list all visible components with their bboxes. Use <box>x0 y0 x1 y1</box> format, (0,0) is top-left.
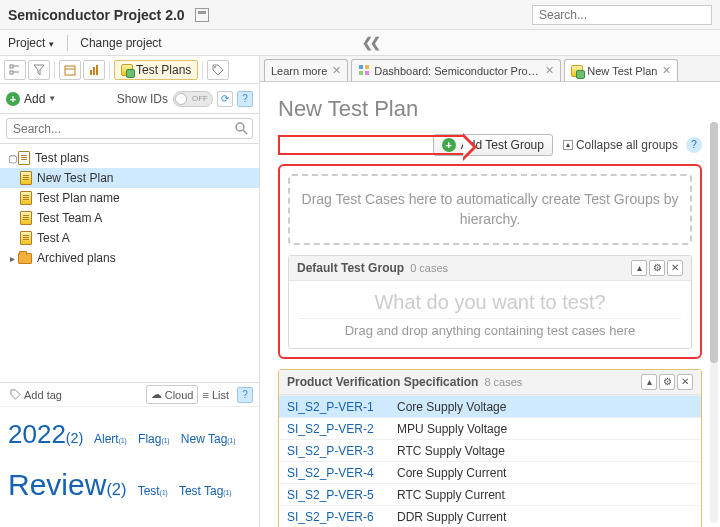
project-bar: Project▼ Change project ❮❮ <box>0 30 720 56</box>
tag-link[interactable]: Flag(1) <box>138 432 169 446</box>
testplan-doc-icon <box>20 231 32 245</box>
group-drop-hint: Drag and drop anything containing test c… <box>299 323 681 338</box>
project-title: Semiconductor Project 2.0 <box>8 7 185 23</box>
tab-new-test-plan[interactable]: New Test Plan ✕ <box>564 59 678 81</box>
tag-link[interactable]: Test Tag(1) <box>179 484 232 498</box>
show-ids-toggle[interactable]: OFF <box>173 91 213 107</box>
group-collapse-icon[interactable]: ▴ <box>641 374 657 390</box>
tab-label: Learn more <box>271 65 327 77</box>
scrollbar-thumb[interactable] <box>710 122 718 363</box>
svg-rect-9 <box>96 65 98 75</box>
toolbar-tag-icon[interactable] <box>207 60 229 80</box>
main-layout: Test Plans + Add ▼ Show IDs OFF ⟳ ? <box>0 56 720 527</box>
tag-link[interactable]: New Tag(1) <box>181 432 236 446</box>
toolbar-filter-icon[interactable] <box>28 60 50 80</box>
spec-row[interactable]: SI_S2_P-VER-6DDR Supply Current <box>279 505 701 527</box>
group-header[interactable]: Product Verification Specification 8 cas… <box>279 370 701 395</box>
change-project-link[interactable]: Change project <box>80 36 161 50</box>
add-tag-label: Add tag <box>24 389 62 401</box>
tab-dashboard[interactable]: Dashboard: Semiconductor Project... ✕ <box>351 59 561 81</box>
tree-archived[interactable]: ▸ Archived plans <box>0 248 259 268</box>
spec-row[interactable]: SI_S2_P-VER-5RTC Supply Current <box>279 483 701 505</box>
svg-marker-4 <box>34 65 44 75</box>
tree-toggle-icon[interactable]: ▢ <box>6 153 18 164</box>
sidebar-search-input[interactable] <box>6 118 253 139</box>
project-menu[interactable]: Project▼ <box>8 36 55 50</box>
svg-rect-16 <box>365 71 369 75</box>
tree-expand-icon[interactable]: ▸ <box>6 253 18 264</box>
spec-row[interactable]: SI_S2_P-VER-4Core Supply Current <box>279 461 701 483</box>
dashboard-icon <box>358 64 370 78</box>
tree-item[interactable]: New Test Plan <box>0 168 259 188</box>
group-name-placeholder[interactable]: What do you want to test? <box>299 287 681 319</box>
action-row: + Add Test Group ▴ Collapse all groups ? <box>278 132 702 158</box>
spec-row[interactable]: SI_S2_P-VER-1Core Supply Voltage <box>279 395 701 417</box>
window-layout-icon[interactable] <box>195 8 209 22</box>
tree-root[interactable]: ▢ Test plans <box>0 148 259 168</box>
sidebar-tree: ▢ Test plans New Test Plan Test Plan nam… <box>0 144 259 272</box>
svg-rect-14 <box>365 65 369 69</box>
group-body[interactable]: What do you want to test? Drag and drop … <box>289 281 691 348</box>
group-collapse-icon[interactable]: ▴ <box>631 260 647 276</box>
list-label: List <box>212 389 229 401</box>
close-icon[interactable]: ✕ <box>545 64 554 77</box>
toolbar-reports-icon[interactable] <box>83 60 105 80</box>
scrollbar[interactable] <box>710 122 718 523</box>
tab-learn-more[interactable]: Learn more ✕ <box>264 59 348 81</box>
spec-row[interactable]: SI_S2_P-VER-3RTC Supply Voltage <box>279 439 701 461</box>
refresh-icon[interactable]: ⟳ <box>217 91 233 107</box>
toolbar-sep <box>109 61 110 79</box>
svg-rect-15 <box>359 71 363 75</box>
spec-row-name: DDR Supply Current <box>397 510 506 524</box>
tab-label: Dashboard: Semiconductor Project... <box>374 65 540 77</box>
close-icon[interactable]: ✕ <box>662 64 671 77</box>
tag-help-icon[interactable]: ? <box>237 387 253 403</box>
group-settings-icon[interactable]: ⚙ <box>659 374 675 390</box>
group-settings-icon[interactable]: ⚙ <box>649 260 665 276</box>
testplan-doc-icon <box>20 191 32 205</box>
caret-down-icon: ▼ <box>48 94 56 103</box>
group-header[interactable]: Default Test Group 0 cases ▴ ⚙ ✕ <box>289 256 691 281</box>
close-icon[interactable]: ✕ <box>332 64 341 77</box>
testplan-icon <box>121 64 133 76</box>
spec-row-name: Core Supply Voltage <box>397 400 506 414</box>
tree-item[interactable]: Test Team A <box>0 208 259 228</box>
tag-panel: Add tag ☁ Cloud ≡ List ? 2022(2) Alert(1… <box>0 382 259 527</box>
tree-item-label: Test Plan name <box>37 191 120 205</box>
tag-link[interactable]: 2022(2) <box>8 419 83 449</box>
spec-row-name: RTC Supply Voltage <box>397 444 505 458</box>
add-tag-button[interactable]: Add tag <box>6 387 66 403</box>
svg-rect-7 <box>90 70 92 75</box>
collapse-all-button[interactable]: ▴ Collapse all groups <box>563 138 678 152</box>
search-icon[interactable] <box>234 121 248 138</box>
spec-row-id: SI_S2_P-VER-4 <box>287 466 397 480</box>
group-count: 0 cases <box>410 262 448 274</box>
spec-row-id: SI_S2_P-VER-2 <box>287 422 397 436</box>
toolbar-tree-icon[interactable] <box>4 60 26 80</box>
spec-row-id: SI_S2_P-VER-3 <box>287 444 397 458</box>
group-close-icon[interactable]: ✕ <box>667 260 683 276</box>
toolbar-calendar-icon[interactable] <box>59 60 81 80</box>
global-search-input[interactable] <box>532 5 712 25</box>
tag-link[interactable]: Test(1) <box>138 484 168 498</box>
collapse-sidebar-icon[interactable]: ❮❮ <box>362 35 378 50</box>
drop-zone[interactable]: Drag Test Cases here to automatically cr… <box>288 174 692 245</box>
spec-row[interactable]: SI_S2_P-VER-2MPU Supply Voltage <box>279 417 701 439</box>
tree-item[interactable]: Test Plan name <box>0 188 259 208</box>
toolbar-testplans-tab[interactable]: Test Plans <box>114 60 198 80</box>
default-test-group: Default Test Group 0 cases ▴ ⚙ ✕ What do… <box>288 255 692 349</box>
sidebar-toolbar: Test Plans <box>0 56 259 84</box>
spec-row-id: SI_S2_P-VER-1 <box>287 400 397 414</box>
help-icon[interactable]: ? <box>686 137 702 153</box>
group-count: 8 cases <box>484 376 522 388</box>
group-close-icon[interactable]: ✕ <box>677 374 693 390</box>
svg-line-12 <box>243 130 247 134</box>
tag-link[interactable]: Review(2) <box>8 468 127 501</box>
cloud-view-button[interactable]: ☁ Cloud <box>146 385 199 404</box>
help-icon[interactable]: ? <box>237 91 253 107</box>
svg-rect-1 <box>10 71 13 74</box>
tree-item[interactable]: Test A <box>0 228 259 248</box>
list-view-button[interactable]: ≡ List <box>198 387 233 403</box>
add-button[interactable]: + Add ▼ <box>6 92 56 106</box>
tag-link[interactable]: Alert(1) <box>94 432 127 446</box>
